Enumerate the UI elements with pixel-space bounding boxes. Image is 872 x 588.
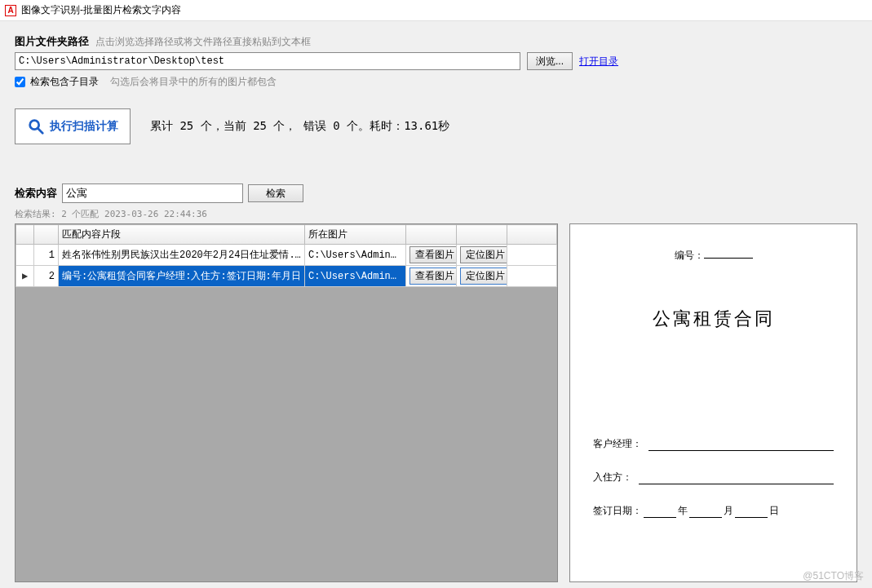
path-hint: 点击浏览选择路径或将文件路径直接粘贴到文本框 [95, 35, 311, 49]
run-scan-button[interactable]: 执行扫描计算 [15, 108, 131, 144]
table-row[interactable]: ▶ 2 编号:公寓租赁合同客户经理:入住方:签订日期:年月日 C:\Users\… [16, 266, 557, 287]
path-input[interactable] [15, 52, 520, 70]
include-subdir-hint: 勾选后会将目录中的所有的图片都包含 [110, 75, 277, 89]
row-number: 1 [34, 245, 59, 266]
include-subdir-checkbox[interactable] [15, 77, 25, 87]
col-indicator [16, 225, 34, 245]
doc-tenant-field: 入住方： [593, 471, 834, 484]
col-view [406, 225, 457, 245]
include-subdir-label: 检索包含子目录 [30, 75, 99, 89]
watermark: @51CTO博客 [803, 569, 864, 583]
search-button[interactable]: 检索 [248, 184, 303, 202]
search-icon [27, 117, 45, 135]
image-path-cell: C:\Users\Adminis... [305, 245, 406, 266]
run-scan-label: 执行扫描计算 [50, 119, 118, 134]
col-image[interactable]: 所在图片 [305, 225, 406, 245]
col-locate [457, 225, 507, 245]
table-header-row: 匹配内容片段 所在图片 [16, 225, 557, 245]
result-meta: 检索结果: 2 个匹配 2023-03-26 22:44:36 [15, 208, 857, 220]
row-number: 2 [34, 266, 59, 287]
search-input[interactable] [62, 183, 243, 203]
doc-title: 公寓租赁合同 [593, 307, 834, 331]
svg-line-1 [38, 129, 43, 134]
title-bar: A 图像文字识别-批量图片检索文字内容 [0, 0, 872, 21]
row-indicator [16, 245, 34, 266]
doc-number: 编号： [593, 249, 834, 263]
table-row[interactable]: 1 姓名张伟性别男民族汉出生2020年2月24日住址爱情... C:\Users… [16, 245, 557, 266]
row-indicator: ▶ [16, 266, 34, 287]
path-label: 图片文件夹路径 [15, 34, 89, 49]
app-icon: A [5, 5, 16, 16]
col-spacer [507, 225, 557, 245]
doc-date-field: 签订日期： 年 月 日 [593, 504, 834, 518]
fragment-cell: 姓名张伟性别男民族汉出生2020年2月24日住址爱情... [59, 245, 305, 266]
image-path-cell: C:\Users\Adminis... [305, 266, 406, 287]
col-fragment[interactable]: 匹配内容片段 [59, 225, 305, 245]
view-image-button[interactable]: 查看图片 [409, 246, 457, 263]
doc-manager-field: 客户经理： [593, 437, 834, 451]
fragment-cell: 编号:公寓租赁合同客户经理:入住方:签订日期:年月日 [59, 266, 305, 287]
col-num [34, 225, 59, 245]
locate-image-button[interactable]: 定位图片 [460, 246, 507, 263]
browse-button[interactable]: 浏览... [527, 52, 573, 70]
window-title: 图像文字识别-批量图片检索文字内容 [21, 3, 181, 17]
scan-stats: 累计 25 个，当前 25 个， 错误 0 个。耗时：13.61秒 [150, 119, 449, 134]
preview-panel: 编号： 公寓租赁合同 客户经理： 入住方： 签订日期： 年 月 日 [569, 223, 857, 582]
results-grid[interactable]: 匹配内容片段 所在图片 1 姓名张伟性别男民族汉出生2020年2月24日住址爱情… [15, 223, 558, 582]
view-image-button[interactable]: 查看图片 [409, 267, 457, 285]
search-label: 检索内容 [15, 186, 57, 201]
open-directory-link[interactable]: 打开目录 [579, 55, 618, 69]
locate-image-button[interactable]: 定位图片 [460, 267, 507, 285]
